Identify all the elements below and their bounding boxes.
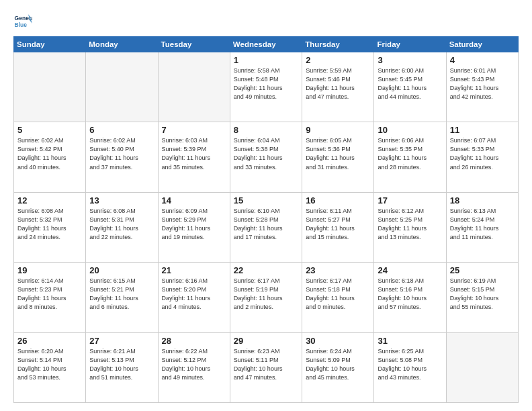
calendar-cell: 28Sunrise: 6:22 AM Sunset: 5:12 PM Dayli… [158, 332, 230, 402]
day-info: Sunrise: 6:05 AM Sunset: 5:36 PM Dayligh… [306, 136, 370, 171]
day-info: Sunrise: 6:17 AM Sunset: 5:19 PM Dayligh… [234, 277, 298, 312]
svg-text:Blue: Blue [15, 21, 28, 28]
calendar-cell: 21Sunrise: 6:16 AM Sunset: 5:20 PM Dayli… [158, 263, 230, 332]
day-info: Sunrise: 6:06 AM Sunset: 5:35 PM Dayligh… [378, 136, 442, 171]
day-number: 3 [378, 55, 442, 65]
day-info: Sunrise: 6:14 AM Sunset: 5:23 PM Dayligh… [17, 277, 82, 312]
day-number: 24 [378, 265, 442, 275]
calendar-cell: 22Sunrise: 6:17 AM Sunset: 5:19 PM Dayli… [230, 263, 302, 332]
logo: General Blue [13, 12, 34, 31]
day-number: 21 [162, 265, 226, 275]
day-info: Sunrise: 6:08 AM Sunset: 5:32 PM Dayligh… [17, 207, 82, 242]
day-info: Sunrise: 6:16 AM Sunset: 5:20 PM Dayligh… [162, 277, 226, 312]
logo-icon: General Blue [13, 12, 32, 31]
day-number: 6 [89, 125, 154, 135]
day-info: Sunrise: 6:20 AM Sunset: 5:14 PM Dayligh… [17, 347, 82, 382]
day-info: Sunrise: 5:58 AM Sunset: 5:48 PM Dayligh… [234, 66, 298, 101]
day-info: Sunrise: 6:03 AM Sunset: 5:39 PM Dayligh… [162, 136, 226, 171]
calendar-cell: 3Sunrise: 6:00 AM Sunset: 5:45 PM Daylig… [374, 52, 446, 122]
calendar-cell [446, 332, 518, 402]
day-info: Sunrise: 6:22 AM Sunset: 5:12 PM Dayligh… [162, 347, 226, 382]
day-number: 20 [89, 265, 154, 275]
calendar-cell: 26Sunrise: 6:20 AM Sunset: 5:14 PM Dayli… [14, 332, 86, 402]
weekday-thursday: Thursday [302, 37, 374, 52]
day-number: 7 [162, 125, 226, 135]
calendar-cell: 25Sunrise: 6:19 AM Sunset: 5:15 PM Dayli… [446, 263, 518, 332]
day-info: Sunrise: 5:59 AM Sunset: 5:46 PM Dayligh… [306, 66, 370, 101]
calendar-cell: 17Sunrise: 6:12 AM Sunset: 5:25 PM Dayli… [374, 192, 446, 262]
day-info: Sunrise: 6:02 AM Sunset: 5:42 PM Dayligh… [17, 136, 82, 171]
day-info: Sunrise: 6:07 AM Sunset: 5:33 PM Dayligh… [450, 136, 515, 171]
day-info: Sunrise: 6:15 AM Sunset: 5:21 PM Dayligh… [89, 277, 154, 312]
calendar-cell: 11Sunrise: 6:07 AM Sunset: 5:33 PM Dayli… [446, 122, 518, 192]
day-number: 25 [450, 265, 515, 275]
day-info: Sunrise: 6:21 AM Sunset: 5:13 PM Dayligh… [89, 347, 154, 382]
day-info: Sunrise: 6:01 AM Sunset: 5:43 PM Dayligh… [450, 66, 515, 101]
day-info: Sunrise: 6:17 AM Sunset: 5:18 PM Dayligh… [306, 277, 370, 312]
calendar-cell: 2Sunrise: 5:59 AM Sunset: 5:46 PM Daylig… [302, 52, 374, 122]
day-info: Sunrise: 6:23 AM Sunset: 5:11 PM Dayligh… [234, 347, 298, 382]
calendar-cell: 31Sunrise: 6:25 AM Sunset: 5:08 PM Dayli… [374, 332, 446, 402]
week-row-3: 12Sunrise: 6:08 AM Sunset: 5:32 PM Dayli… [14, 192, 519, 262]
calendar-cell [86, 52, 158, 122]
day-info: Sunrise: 6:08 AM Sunset: 5:31 PM Dayligh… [89, 207, 154, 242]
day-number: 23 [306, 265, 370, 275]
day-info: Sunrise: 6:02 AM Sunset: 5:40 PM Dayligh… [89, 136, 154, 171]
day-info: Sunrise: 6:12 AM Sunset: 5:25 PM Dayligh… [378, 207, 442, 242]
calendar-cell: 30Sunrise: 6:24 AM Sunset: 5:09 PM Dayli… [302, 332, 374, 402]
calendar-cell [158, 52, 230, 122]
weekday-saturday: Saturday [446, 37, 518, 52]
calendar-cell: 23Sunrise: 6:17 AM Sunset: 5:18 PM Dayli… [302, 263, 374, 332]
day-info: Sunrise: 6:24 AM Sunset: 5:09 PM Dayligh… [306, 347, 370, 382]
weekday-friday: Friday [374, 37, 446, 52]
calendar-page: General Blue SundayMondayTuesdayWednesda… [0, 0, 532, 411]
day-number: 19 [17, 265, 82, 275]
day-info: Sunrise: 6:11 AM Sunset: 5:27 PM Dayligh… [306, 207, 370, 242]
week-row-2: 5Sunrise: 6:02 AM Sunset: 5:42 PM Daylig… [14, 122, 519, 192]
calendar-cell: 15Sunrise: 6:10 AM Sunset: 5:28 PM Dayli… [230, 192, 302, 262]
day-number: 29 [234, 336, 298, 346]
calendar-cell: 8Sunrise: 6:04 AM Sunset: 5:38 PM Daylig… [230, 122, 302, 192]
calendar-cell: 14Sunrise: 6:09 AM Sunset: 5:29 PM Dayli… [158, 192, 230, 262]
day-number: 12 [17, 195, 82, 205]
day-number: 2 [306, 55, 370, 65]
calendar-cell: 5Sunrise: 6:02 AM Sunset: 5:42 PM Daylig… [14, 122, 86, 192]
calendar-cell: 19Sunrise: 6:14 AM Sunset: 5:23 PM Dayli… [14, 263, 86, 332]
weekday-tuesday: Tuesday [158, 37, 230, 52]
calendar-cell: 6Sunrise: 6:02 AM Sunset: 5:40 PM Daylig… [86, 122, 158, 192]
calendar-cell: 20Sunrise: 6:15 AM Sunset: 5:21 PM Dayli… [86, 263, 158, 332]
calendar-cell: 1Sunrise: 5:58 AM Sunset: 5:48 PM Daylig… [230, 52, 302, 122]
week-row-4: 19Sunrise: 6:14 AM Sunset: 5:23 PM Dayli… [14, 263, 519, 332]
calendar-table: SundayMondayTuesdayWednesdayThursdayFrid… [13, 36, 519, 403]
day-number: 15 [234, 195, 298, 205]
calendar-cell: 9Sunrise: 6:05 AM Sunset: 5:36 PM Daylig… [302, 122, 374, 192]
day-number: 11 [450, 125, 515, 135]
weekday-header-row: SundayMondayTuesdayWednesdayThursdayFrid… [14, 37, 519, 52]
day-number: 14 [162, 195, 226, 205]
week-row-5: 26Sunrise: 6:20 AM Sunset: 5:14 PM Dayli… [14, 332, 519, 402]
calendar-cell: 10Sunrise: 6:06 AM Sunset: 5:35 PM Dayli… [374, 122, 446, 192]
day-number: 10 [378, 125, 442, 135]
day-number: 31 [378, 336, 442, 346]
day-info: Sunrise: 6:19 AM Sunset: 5:15 PM Dayligh… [450, 277, 515, 312]
calendar-cell [14, 52, 86, 122]
day-info: Sunrise: 6:09 AM Sunset: 5:29 PM Dayligh… [162, 207, 226, 242]
day-number: 8 [234, 125, 298, 135]
day-number: 27 [89, 336, 154, 346]
day-number: 5 [17, 125, 82, 135]
day-number: 18 [450, 195, 515, 205]
day-info: Sunrise: 6:13 AM Sunset: 5:24 PM Dayligh… [450, 207, 515, 242]
day-number: 4 [450, 55, 515, 65]
weekday-sunday: Sunday [14, 37, 86, 52]
weekday-monday: Monday [86, 37, 158, 52]
calendar-cell: 12Sunrise: 6:08 AM Sunset: 5:32 PM Dayli… [14, 192, 86, 262]
day-number: 17 [378, 195, 442, 205]
day-info: Sunrise: 6:25 AM Sunset: 5:08 PM Dayligh… [378, 347, 442, 382]
day-number: 9 [306, 125, 370, 135]
day-info: Sunrise: 6:00 AM Sunset: 5:45 PM Dayligh… [378, 66, 442, 101]
calendar-cell: 29Sunrise: 6:23 AM Sunset: 5:11 PM Dayli… [230, 332, 302, 402]
day-number: 28 [162, 336, 226, 346]
day-info: Sunrise: 6:04 AM Sunset: 5:38 PM Dayligh… [234, 136, 298, 171]
calendar-cell: 7Sunrise: 6:03 AM Sunset: 5:39 PM Daylig… [158, 122, 230, 192]
day-number: 13 [89, 195, 154, 205]
